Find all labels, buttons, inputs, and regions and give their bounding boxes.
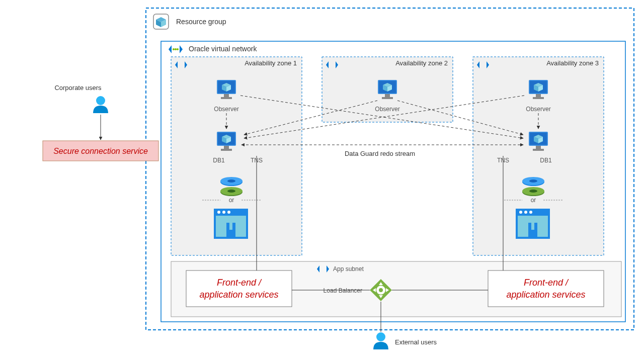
svg-point-56 xyxy=(379,288,383,292)
svg-point-8 xyxy=(177,48,179,50)
external-users-label: External users xyxy=(395,338,437,346)
svg-point-6 xyxy=(173,48,175,50)
svg-marker-5 xyxy=(180,45,183,53)
svg-point-39 xyxy=(529,179,537,183)
user-icon xyxy=(93,96,108,113)
svg-point-42 xyxy=(529,190,537,193)
az2-label: Availability zone 2 xyxy=(395,59,448,67)
az2-observer-label: Observer xyxy=(375,106,399,113)
svg-point-27 xyxy=(227,190,235,193)
az1-or-label: or xyxy=(229,197,234,204)
svg-point-62 xyxy=(96,96,105,105)
az3-observer-label: Observer xyxy=(526,106,550,113)
dataguard-label: Data Guard redo stream xyxy=(345,150,415,157)
az1-observer-label: Observer xyxy=(214,106,238,113)
frontend-right-l1: Front-end / xyxy=(524,278,569,288)
az1-db-label: DB1 xyxy=(213,157,225,164)
az1-label: Availability zone 1 xyxy=(245,59,297,67)
frontend-right-box xyxy=(488,270,604,307)
frontend-left-l2: application services xyxy=(199,290,278,300)
svg-point-24 xyxy=(227,179,235,183)
secure-service-label: Secure connection service xyxy=(53,147,148,155)
lb-label: Load Balancer xyxy=(324,287,362,294)
svg-point-51 xyxy=(529,211,532,214)
frontend-left-box xyxy=(186,270,292,307)
svg-rect-48 xyxy=(531,223,534,230)
az3-label: Availability zone 3 xyxy=(546,59,599,67)
az3-db-label: DB1 xyxy=(540,157,552,164)
vnet-label: Oracle virtual network xyxy=(189,45,257,53)
az3-or-label: or xyxy=(531,197,536,204)
corporate-users-label: Corporate users xyxy=(54,84,102,92)
az3-netapp-icon xyxy=(516,209,550,239)
svg-rect-33 xyxy=(229,223,232,230)
resource-group-label: Resource group xyxy=(176,18,226,26)
svg-point-63 xyxy=(376,332,385,341)
frontend-right-l2: application services xyxy=(506,290,585,300)
svg-point-49 xyxy=(519,211,522,214)
svg-marker-4 xyxy=(169,45,172,53)
external-user-icon xyxy=(373,332,388,349)
svg-point-36 xyxy=(227,211,230,214)
svg-point-35 xyxy=(222,211,225,214)
frontend-left-l1: Front-end / xyxy=(217,278,262,288)
svg-point-7 xyxy=(175,48,177,50)
cube-icon xyxy=(153,14,169,29)
svg-point-50 xyxy=(524,211,527,214)
vnet-icon xyxy=(169,45,183,53)
svg-point-34 xyxy=(217,211,220,214)
app-subnet-label: App subnet xyxy=(333,265,364,273)
az1-netapp-icon xyxy=(214,209,248,239)
